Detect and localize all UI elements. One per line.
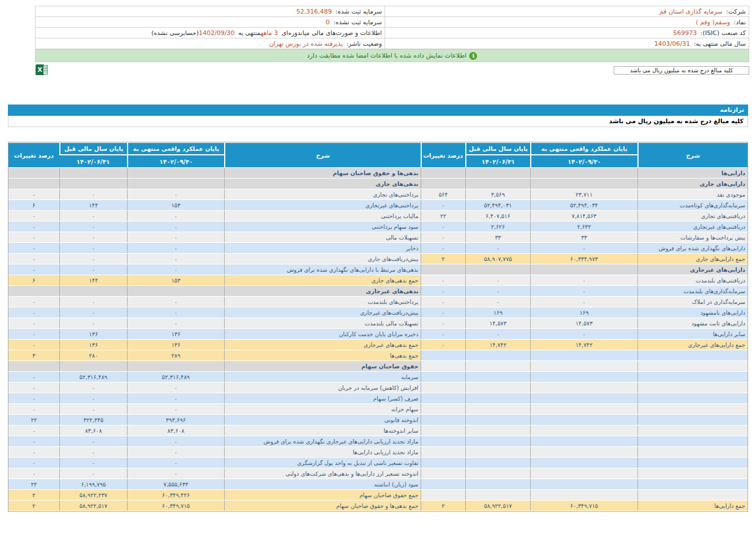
cell-actual-value: ۶۰,۳۴۹,۷۱۵: [127, 501, 224, 511]
cell-previous-value: [59, 361, 127, 371]
cell-label: [637, 468, 748, 479]
cell-actual-value: ۳۹۳,۶۹۶: [127, 415, 224, 425]
balance-sheet-section: ترازنامه کلیه مبالغ درج شده به میلیون ری…: [8, 105, 748, 512]
table-row: دریافتنی‌های تجاری۷,۸۱۴,۵۶۳۶,۴۰۷,۵۱۶۲۲ما…: [8, 211, 748, 221]
table-row: مازاد تجدید ارزیابی دارایی‌ها۰۰۰: [8, 447, 748, 457]
cell-change-percent: ۰: [8, 436, 59, 446]
cell-change-percent: [421, 350, 465, 360]
company-value: سرمایه گذاری استان قم: [659, 8, 723, 15]
cell-change-percent: ۰: [8, 307, 59, 318]
cell-change-percent: [8, 286, 59, 296]
cell-previous-value: ۱۳۶: [59, 340, 127, 350]
cell-previous-value: [465, 404, 530, 414]
registered-capital-value: 52,316,489: [296, 8, 332, 15]
table-row: دریافتنی‌های غیرتجاری۲,۶۳۲۲,۶۲۶۰سود سهام…: [8, 221, 748, 232]
table-row: دارایی‌های نامشهود۱۶۹۱۶۹۰پیش‌دریافت‌های …: [8, 307, 748, 318]
cell-change-percent: ۰: [8, 318, 59, 328]
cell-actual-value: ۷,۵۵۵,۶۳۳: [127, 479, 224, 489]
excel-export-icon[interactable]: X: [35, 63, 48, 76]
cell-change-percent: ۶: [8, 200, 59, 210]
cell-change-percent: ۰: [8, 297, 59, 307]
issuer-status-value: پذیرفته شده در بورس تهران: [269, 40, 343, 47]
header-liabilities-actual-date: ۱۴۰۲/۰۹/۳۰: [127, 155, 224, 167]
cell-previous-value: ۵۸,۹۲۲,۵۱۷: [465, 501, 530, 511]
cell-change-percent: ۲: [421, 501, 465, 511]
cell-label: دارایی‌های جاری: [637, 179, 748, 189]
table-row: جمع دارایی‌های غیرجاری۱۴,۷۴۲۱۴,۷۴۲۰جمع ب…: [8, 340, 748, 350]
symbol-value: وسقم( وقم ): [696, 19, 730, 26]
balance-table-body: دارایی‌هابدهی‌ها و حقوق صاحبان سهامدارای…: [8, 168, 748, 511]
balance-sheet-title-bar[interactable]: ترازنامه: [8, 105, 748, 116]
cell-label: بدهی‌های جاری: [224, 179, 421, 189]
cell-actual-value: [530, 490, 637, 500]
cell-label: جمع بدهی‌های غیرجاری: [224, 340, 421, 350]
cell-label: سرمایه‌گذاری‌های بلندمدت: [637, 286, 748, 296]
header-liabilities-actual: پایان عملکرد واقعی منتهی به: [127, 143, 224, 155]
table-row: دارایی‌های غیرجاریبدهی‌های مرتبط با دارا…: [8, 264, 748, 275]
header-row-1: شرح پایان عملکرد واقعی منتهی به پایان سا…: [8, 143, 748, 155]
cell-change-percent: ۵۶۴: [421, 189, 465, 199]
cell-previous-value: ۰: [59, 458, 127, 468]
table-row: سرمایه‌گذاری‌های کوتاه‌مدت۵۲,۴۹۴,۰۳۴۵۲,۴…: [8, 200, 748, 210]
cell-actual-value: ۱۳۶: [127, 340, 224, 350]
table-row: سایر دارایی‌ها۰۰۰ذخیره مزایای پایان خدمت…: [8, 329, 748, 339]
symbol-label: نماد:: [734, 19, 746, 26]
cell-previous-value: [465, 436, 530, 446]
cell-change-percent: [421, 458, 465, 468]
cell-previous-value: ۲,۶۲۶: [465, 221, 530, 232]
cell-label: [637, 404, 748, 414]
cell-change-percent: ۰: [8, 372, 59, 382]
cell-previous-value: [465, 168, 530, 178]
table-row: سهام خزانه۰۰۰: [8, 404, 748, 414]
cell-change-percent: ۰: [8, 329, 59, 339]
cell-change-percent: ۰: [8, 468, 59, 479]
header-assets-change: درصد تغییرات: [421, 143, 465, 167]
header-liabilities-previous-date: ۱۴۰۲/۰۶/۳۱: [59, 155, 127, 167]
cell-change-percent: [421, 264, 465, 275]
cell-label: جمع حقوق صاحبان سهام: [224, 490, 421, 500]
cell-change-percent: ۰: [8, 425, 59, 436]
cell-label: دارایی‌ها: [637, 168, 748, 178]
issuer-status-label: وضعیت ناشر:: [346, 40, 382, 47]
cell-actual-value: ۰: [530, 243, 637, 253]
cell-actual-value: ۰: [127, 318, 224, 328]
cell-change-percent: ۰: [8, 221, 59, 232]
cell-label: مالیات پرداختنی: [224, 211, 421, 221]
cell-label: سایر دارایی‌ها: [637, 329, 748, 339]
cell-change-percent: ۰: [421, 297, 465, 307]
table-header: شرح پایان عملکرد واقعی منتهی به پایان سا…: [8, 143, 748, 167]
table-row: دارایی‌هابدهی‌ها و حقوق صاحبان سهام: [8, 168, 748, 178]
cell-actual-value: [530, 361, 637, 371]
cell-actual-value: ۰: [530, 275, 637, 285]
cell-actual-value: ۲,۶۳۲: [530, 221, 637, 232]
header-liabilities-change: درصد تغییرات: [8, 143, 59, 167]
cell-label: حقوق صاحبان سهام: [224, 361, 421, 371]
isic-label: کد صنعت (ISIC):: [701, 29, 746, 37]
cell-actual-value: ۶۰,۳۳۴,۹۷۳: [530, 254, 637, 264]
cell-change-percent: [421, 447, 465, 457]
company-label: شرکت:: [726, 8, 746, 15]
svg-text:X: X: [38, 66, 42, 73]
cell-label: جمع دارایی‌های غیرجاری: [637, 340, 748, 350]
cell-previous-value: [465, 447, 530, 457]
cell-label: تسهیلات مالی: [224, 232, 421, 242]
cell-label: [637, 425, 748, 436]
cell-label: تفاوت تسعیر ناشی از تبدیل به واحد پول گز…: [224, 458, 421, 468]
cell-previous-value: ۶,۱۹۹,۷۹۵: [59, 479, 127, 489]
statement-info-mid: منتهی به: [236, 29, 260, 37]
cell-actual-value: ۰: [127, 458, 224, 468]
table-row: تفاوت تسعیر ناشی از تبدیل به واحد پول گز…: [8, 458, 748, 468]
header-assets-previous: پایان سال مالی قبل: [465, 143, 530, 155]
cell-actual-value: ۰: [127, 404, 224, 414]
cell-actual-value: ۰: [127, 307, 224, 318]
cell-previous-value: ۳۲۲,۳۴۵: [59, 415, 127, 425]
cell-label: [637, 458, 748, 468]
header-assets-actual: پایان عملکرد واقعی منتهی به: [530, 143, 637, 155]
cell-change-percent: ۰: [421, 318, 465, 328]
cell-change-percent: ۰: [421, 275, 465, 285]
cell-previous-value: ۰: [465, 329, 530, 339]
cell-change-percent: [421, 361, 465, 371]
cell-label: [637, 415, 748, 425]
cell-label: پرداختنی‌های غیرتجاری: [224, 200, 421, 210]
cell-change-percent: [421, 168, 465, 178]
